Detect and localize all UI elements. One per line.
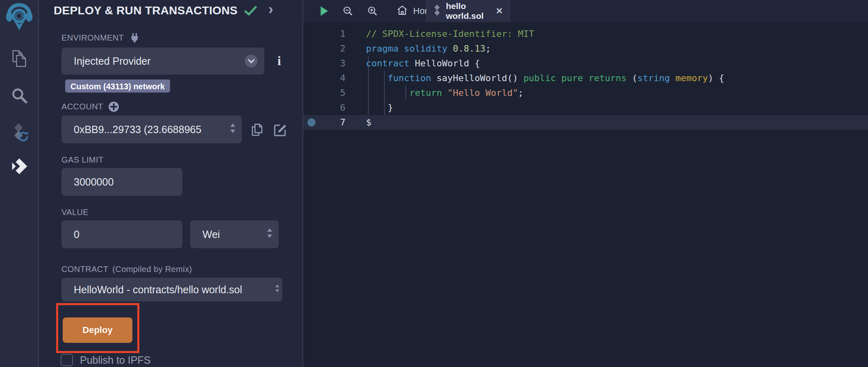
deploy-button[interactable]: Deploy — [63, 317, 132, 343]
account-row: 0xBB9...29733 (23.6688965 — [61, 116, 302, 143]
code-text: function sayHelloWorld() public pure ret… — [366, 71, 724, 86]
contract-sublabel: (Compiled by Remix) — [112, 265, 192, 274]
tab-file-label: hello world.sol — [446, 1, 490, 21]
value-input[interactable]: 0 — [61, 220, 182, 248]
line-number: 4 — [303, 71, 345, 86]
environment-select[interactable]: Injected Provider — [61, 48, 264, 75]
publish-ipfs-checkbox[interactable] — [61, 354, 73, 366]
code-text: $ — [366, 115, 371, 130]
deploy-highlight-box: Deploy — [56, 303, 139, 353]
run-script-icon[interactable] — [318, 5, 329, 18]
search-icon[interactable] — [0, 86, 39, 104]
line-number: 2 — [303, 41, 345, 56]
environment-label: ENVIRONMENT — [61, 33, 302, 43]
value-unit-select[interactable]: Wei — [190, 220, 279, 248]
remix-ide: DEPLOY & RUN TRANSACTIONS › ENVIRONMENT — [0, 0, 868, 367]
info-icon[interactable]: i — [277, 54, 281, 68]
editor: Home hello world.sol ✕ 1// SPDX-License-… — [302, 0, 868, 367]
line-number: 1 — [303, 27, 345, 41]
remix-logo-icon[interactable] — [6, 2, 33, 32]
select-arrows-icon — [229, 123, 236, 136]
select-arrows-icon — [275, 284, 280, 296]
gas-limit-label: GAS LIMIT — [61, 155, 302, 165]
code-line-5[interactable]: 5 return "Hello World"; — [303, 86, 868, 100]
code-line-6[interactable]: 6 } — [303, 100, 868, 115]
deploy-run-icon[interactable] — [0, 157, 39, 175]
network-badge: Custom (43113) network — [65, 79, 170, 93]
solidity-compiler-icon[interactable] — [0, 122, 39, 142]
account-label: ACCOUNT — [61, 102, 302, 111]
compiled-check-icon — [244, 6, 257, 18]
zoom-in-icon[interactable] — [367, 6, 378, 18]
gas-limit-input[interactable]: 3000000 — [61, 168, 182, 196]
panel-collapse-chevron-icon[interactable]: › — [268, 2, 273, 17]
value-label: VALUE — [61, 207, 302, 217]
copy-account-icon[interactable] — [249, 122, 265, 137]
select-arrows-icon — [266, 228, 273, 241]
code-line-4[interactable]: 4 function sayHelloWorld() public pure r… — [303, 71, 868, 86]
publish-ipfs-label: Publish to IPFS — [80, 354, 150, 366]
panel-body: ENVIRONMENT Injected Provider — [39, 33, 302, 366]
close-tab-icon[interactable]: ✕ — [495, 6, 503, 16]
plug-icon[interactable] — [129, 32, 140, 43]
icon-sidebar — [0, 0, 39, 367]
deploy-run-panel: DEPLOY & RUN TRANSACTIONS › ENVIRONMENT — [39, 0, 302, 367]
editor-tabbar: Home hello world.sol ✕ — [303, 0, 868, 22]
code-text: // SPDX-License-Identifier: MIT — [366, 27, 534, 41]
value-row: 0 Wei — [61, 220, 302, 248]
file-explorer-icon[interactable] — [0, 49, 39, 68]
line-number: 3 — [303, 56, 345, 71]
code-text: pragma solidity 0.8.13; — [366, 41, 491, 56]
line-number: 6 — [303, 100, 345, 115]
publish-row: Publish to IPFS — [61, 354, 302, 366]
account-select[interactable]: 0xBB9...29733 (23.6688965 — [61, 116, 242, 143]
zoom-out-icon[interactable] — [343, 6, 353, 18]
plus-circle-icon[interactable] — [108, 101, 119, 112]
line-number: 5 — [303, 86, 345, 100]
code-text: contract HelloWorld { — [366, 56, 480, 71]
contract-select[interactable]: HelloWorld - contracts/hello world.sol — [61, 278, 282, 301]
edit-account-icon[interactable] — [272, 122, 288, 137]
code-line-2[interactable]: 2pragma solidity 0.8.13; — [303, 41, 868, 56]
code-area[interactable]: 1// SPDX-License-Identifier: MIT2pragma … — [303, 22, 868, 367]
tab-hello-world-sol[interactable]: hello world.sol ✕ — [426, 0, 510, 22]
solidity-file-icon — [433, 4, 441, 18]
code-text: return "Hello World"; — [366, 86, 523, 100]
chevron-down-circle-icon — [244, 54, 258, 70]
panel-title: DEPLOY & RUN TRANSACTIONS — [54, 4, 238, 17]
code-text: } — [366, 100, 393, 115]
code-lines: 1// SPDX-License-Identifier: MIT2pragma … — [303, 27, 868, 130]
code-line-3[interactable]: 3contract HelloWorld { — [303, 56, 868, 71]
home-icon — [397, 5, 408, 18]
contract-label: CONTRACT (Compiled by Remix) — [61, 265, 302, 274]
code-line-1[interactable]: 1// SPDX-License-Identifier: MIT — [303, 27, 868, 41]
environment-row: Injected Provider i — [61, 48, 302, 75]
line-number: 7 — [303, 115, 345, 130]
panel-header: DEPLOY & RUN TRANSACTIONS › — [39, 0, 302, 21]
code-line-7[interactable]: 7$ — [303, 115, 868, 130]
